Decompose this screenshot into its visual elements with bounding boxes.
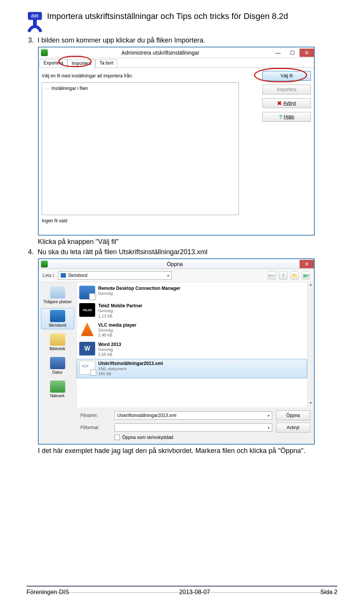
newfolder-button[interactable]: 📁	[290, 271, 299, 280]
filename-combo[interactable]: Utskriftsinställningar2013.xml▾	[115, 411, 272, 420]
file-row[interactable]: W Word 2013Genväg2,55 kB	[77, 340, 307, 359]
minimize-button[interactable]: —	[271, 49, 285, 57]
question-icon: ?	[279, 114, 282, 120]
footer-right: Sida 2	[320, 589, 337, 596]
places-bar: Tidigare platser Skrivbord Bibliotek Dat…	[39, 282, 77, 407]
desktop-icon	[50, 310, 65, 322]
scroll-up-icon[interactable]: ▴	[308, 282, 314, 289]
back-button[interactable]: ⟵	[268, 271, 276, 280]
computer-icon	[50, 357, 65, 369]
place-recent[interactable]: Tidigare platser	[41, 285, 74, 306]
viewmenu-button[interactable]: ▦▾	[302, 271, 310, 280]
desktop-icon	[61, 273, 66, 278]
file-row[interactable]: Remote Desktop Connection ManagerGenväg	[77, 284, 307, 301]
settings-tree[interactable]: Inställningar i filen	[42, 82, 239, 215]
readonly-row[interactable]: Öppna som skrivskyddad	[115, 435, 272, 440]
close-button[interactable]: ✕	[300, 49, 314, 57]
xml-icon	[79, 361, 95, 374]
tab-import[interactable]: Importera	[67, 60, 95, 68]
choose-file-button[interactable]: Välj fil	[262, 71, 311, 81]
step3: 3. I bilden som kommer upp klickar du på…	[27, 36, 337, 44]
tele2-icon: TELE2	[79, 303, 95, 317]
dis-logo: DIS	[27, 11, 43, 34]
tab-delete[interactable]: Ta bort	[95, 59, 118, 68]
x-icon: ✖	[277, 100, 282, 106]
svg-text:DIS: DIS	[31, 13, 39, 19]
step4: 4. Nu ska du leta rätt på filen Utskrift…	[27, 248, 337, 256]
step3b: Klicka på knappen "Välj fil"	[27, 238, 337, 246]
window-title: Administrera utskriftsinställningar	[50, 50, 271, 56]
scroll-down-icon[interactable]: ▾	[308, 401, 314, 407]
import-instruction: Välj en fil med inställningar att import…	[42, 73, 258, 79]
open-button[interactable]: Öppna	[276, 410, 310, 420]
file-row-selected[interactable]: Utskriftsinställningar2013.xmlXML-dokume…	[77, 359, 307, 378]
doc-header: DIS Importera utskriftsinställningar och…	[27, 11, 337, 34]
cancel-button[interactable]: Avbryt	[276, 423, 310, 432]
filetype-combo[interactable]: ▾	[115, 423, 272, 432]
readonly-checkbox[interactable]	[115, 435, 120, 440]
maximize-button[interactable]: ☐	[285, 49, 300, 57]
word-icon: W	[79, 342, 95, 355]
admin-window: Administrera utskriftsinställningar — ☐ …	[38, 47, 315, 236]
step4b: I det här exemplet hade jag lagt den på …	[27, 447, 337, 455]
import-button[interactable]: Importera	[262, 85, 311, 94]
up-button[interactable]: ⭱	[279, 271, 287, 280]
footer-center: 2013-08-07	[179, 589, 210, 596]
footer-left: Föreningen DIS	[27, 589, 69, 596]
tab-export[interactable]: Exportera	[39, 59, 67, 68]
chevron-down-icon: ▾	[268, 414, 270, 418]
page-footer: Föreningen DIS 2013-08-07 Sida 2	[27, 586, 337, 596]
recent-icon	[50, 286, 65, 299]
vlc-icon	[79, 322, 95, 336]
place-library[interactable]: Bibliotek	[41, 332, 74, 353]
network-icon	[50, 381, 65, 393]
rdc-icon	[79, 286, 95, 299]
file-row[interactable]: TELE2 Tele2 Mobile PartnerGenväg1,13 kB	[77, 301, 307, 321]
titlebar[interactable]: Administrera utskriftsinställningar — ☐ …	[39, 47, 314, 58]
place-desktop[interactable]: Skrivbord	[41, 308, 74, 329]
lookin-toolbar: Leta i: Skrivbord ▾ ⟵ ⭱ 📁 ▦▾	[39, 269, 314, 282]
app-icon	[41, 261, 48, 267]
file-row[interactable]: VLC media playerGenväg2,48 kB	[77, 321, 307, 340]
open-dialog: Öppna ✕ Leta i: Skrivbord ▾ ⟵ ⭱ 📁 ▦▾ Tid…	[38, 258, 315, 445]
tree-item[interactable]: Inställningar i filen	[45, 86, 88, 91]
filename-label: Filnamn:	[80, 413, 111, 418]
place-network[interactable]: Nätverk	[41, 379, 74, 400]
file-list[interactable]: Remote Desktop Connection ManagerGenväg …	[77, 282, 307, 407]
lookin-combo[interactable]: Skrivbord ▾	[58, 271, 172, 280]
scrollbar[interactable]: ▴ ▾	[307, 282, 314, 407]
filetype-label: Filformat:	[80, 425, 111, 430]
tab-row: Exportera Importera Ta bort	[39, 58, 314, 68]
close-button[interactable]: ✕	[300, 260, 314, 268]
dialog-title: Öppna	[50, 261, 300, 267]
lookin-label: Leta i:	[42, 273, 55, 278]
readonly-label: Öppna som skrivskyddad	[122, 435, 173, 440]
cancel-button[interactable]: ✖Avbryt	[262, 98, 311, 108]
help-button[interactable]: ?Hjälp	[262, 112, 311, 122]
place-computer[interactable]: Dator	[41, 355, 74, 376]
doc-title: Importera utskriftsinställningar och Tip…	[47, 11, 288, 21]
no-file-label: Ingen fil vald	[42, 218, 258, 223]
titlebar[interactable]: Öppna ✕	[39, 259, 314, 269]
app-icon	[41, 49, 48, 56]
chevron-down-icon: ▾	[268, 426, 270, 430]
chevron-down-icon: ▾	[167, 274, 169, 278]
library-icon	[50, 333, 65, 346]
dialog-bottom: Filnamn: Utskriftsinställningar2013.xml▾…	[39, 407, 314, 444]
